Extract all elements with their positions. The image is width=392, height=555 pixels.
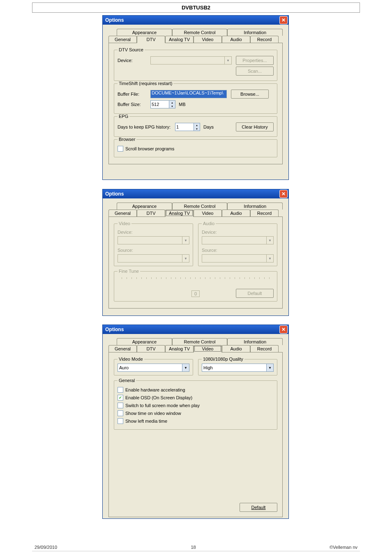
group-epg: EPG Days to keep EPG history: ▲▼ Days Cl… — [114, 116, 277, 137]
scan-button[interactable]: Scan... — [236, 67, 274, 76]
video-source-label: Source: — [118, 248, 189, 253]
tab-remote-control[interactable]: Remote Control — [172, 29, 228, 36]
group-title: Audio — [202, 221, 216, 226]
tab-general[interactable]: General — [108, 36, 137, 43]
checkbox-icon: ✔ — [118, 395, 123, 401]
quality-dropdown[interactable]: High ▼ — [202, 364, 274, 372]
close-icon[interactable]: ✕ — [279, 190, 288, 198]
header-title: DVBTUSB2 — [182, 5, 210, 11]
tab-audio[interactable]: Audio — [222, 210, 250, 216]
tab-remote-control[interactable]: Remote Control — [172, 203, 228, 210]
tab-dtv[interactable]: DTV — [137, 345, 165, 352]
tab-information[interactable]: Information — [227, 338, 283, 345]
group-general-video: General Enable hardware accelerating ✔En… — [114, 380, 277, 430]
tab-analogtv[interactable]: Analog TV — [165, 36, 194, 43]
tab-general[interactable]: General — [108, 210, 137, 216]
group-finetune: Fine Tune 0 Default — [114, 271, 277, 302]
finetune-slider — [118, 277, 274, 287]
default-button[interactable]: Default — [236, 289, 274, 298]
tab-analogtv[interactable]: Analog TV — [165, 210, 194, 217]
browse-button[interactable]: Browse... — [231, 90, 269, 99]
group-title: Video Mode — [118, 357, 144, 362]
tab-appearance[interactable]: Appearance — [117, 338, 172, 345]
enable-hw-accel-checkbox[interactable]: Enable hardware accelerating — [118, 387, 274, 393]
close-icon[interactable]: ✕ — [279, 16, 288, 24]
checkbox-label: Show time on video window — [125, 411, 181, 416]
titlebar[interactable]: Options ✕ — [103, 189, 288, 198]
group-timeshift: TimeShift (requires restart) Buffer File… — [114, 83, 277, 114]
group-audio: Audio Device: ▼ Source: ▼ — [198, 223, 277, 266]
scroll-browser-checkbox[interactable]: Scroll browser programs — [118, 146, 274, 152]
tab-record[interactable]: Record — [250, 36, 279, 43]
checkbox-icon — [118, 418, 123, 424]
properties-button[interactable]: Properties... — [236, 56, 274, 65]
buffer-file-label: Buffer File: — [118, 92, 150, 97]
group-title: Browser — [118, 137, 136, 142]
tab-audio[interactable]: Audio — [222, 36, 250, 43]
video-device-dropdown: ▼ — [118, 236, 189, 244]
group-title: Video — [118, 221, 131, 226]
buffer-size-spinner[interactable]: ▲▼ — [150, 100, 175, 108]
chevron-down-icon: ▼ — [224, 57, 231, 64]
default-button[interactable]: Default — [240, 503, 277, 512]
device-dropdown[interactable]: ▼ — [150, 56, 232, 64]
checkbox-icon — [118, 410, 123, 416]
group-title: DTV Source — [118, 47, 145, 52]
tab-video[interactable]: Video — [194, 210, 222, 216]
tab-record[interactable]: Record — [250, 345, 279, 352]
checkbox-label: Enable OSD (On Screen Display) — [125, 395, 192, 400]
tab-information[interactable]: Information — [227, 203, 283, 210]
dropdown-value: Auro — [118, 365, 129, 370]
close-icon[interactable]: ✕ — [279, 325, 288, 334]
show-left-time-checkbox[interactable]: Show left media time — [118, 418, 274, 424]
checkbox-icon — [118, 146, 123, 152]
enable-osd-checkbox[interactable]: ✔Enable OSD (On Screen Display) — [118, 395, 274, 401]
clear-history-button[interactable]: Clear History — [236, 122, 274, 131]
tab-dtv[interactable]: DTV — [137, 36, 165, 43]
group-title: Fine Tune — [118, 269, 140, 274]
audio-device-dropdown: ▼ — [202, 236, 274, 244]
buffer-size-input[interactable] — [150, 100, 169, 108]
group-title: EPG — [118, 114, 129, 119]
chevron-down-icon: ▼ — [266, 255, 273, 262]
spin-up-icon[interactable]: ▲ — [194, 123, 200, 127]
tab-appearance[interactable]: Appearance — [117, 203, 172, 210]
footer-date: 29/09/2010 — [35, 545, 57, 550]
video-mode-dropdown[interactable]: Auro ▼ — [118, 364, 189, 372]
fullscreen-on-play-checkbox[interactable]: Switch to full screen mode when play — [118, 403, 274, 408]
group-title: TimeShift (requires restart) — [118, 81, 173, 86]
tab-audio[interactable]: Audio — [222, 345, 250, 352]
tab-dtv[interactable]: DTV — [137, 210, 165, 216]
video-source-dropdown: ▼ — [118, 254, 189, 263]
window-title: Options — [104, 17, 124, 23]
titlebar[interactable]: Options ✕ — [103, 325, 288, 334]
chevron-down-icon: ▼ — [182, 237, 189, 244]
tab-remote-control[interactable]: Remote Control — [172, 338, 228, 345]
buffer-file-input[interactable]: DOCUME~1\Jan\LOCALS~1\Temp\ — [150, 90, 227, 98]
spin-down-icon[interactable]: ▼ — [169, 104, 175, 108]
tab-appearance[interactable]: Appearance — [117, 29, 172, 36]
show-time-checkbox[interactable]: Show time on video window — [118, 410, 274, 416]
spin-up-icon[interactable]: ▲ — [169, 101, 175, 104]
window-title: Options — [104, 191, 124, 197]
tab-record[interactable]: Record — [250, 210, 279, 216]
audio-source-dropdown: ▼ — [202, 254, 274, 263]
device-label: Device: — [118, 58, 150, 63]
tab-general[interactable]: General — [108, 345, 137, 352]
epg-days-spinner[interactable]: ▲▼ — [175, 123, 200, 131]
tab-video[interactable]: Video — [194, 36, 222, 43]
checkbox-label: Enable hardware accelerating — [125, 387, 185, 392]
group-video: Video Device: ▼ Source: ▼ — [114, 223, 193, 266]
group-dtv-source: DTV Source Device: ▼ Properties... Scan.… — [114, 50, 277, 81]
titlebar[interactable]: Options ✕ — [103, 16, 288, 25]
mb-label: MB — [179, 102, 186, 107]
footer-company: ©Velleman nv — [330, 545, 357, 550]
tab-analogtv[interactable]: Analog TV — [165, 345, 194, 352]
group-quality: 1080i/1080p Quality High ▼ — [198, 359, 277, 375]
options-dialog-dtv: Options ✕ Appearance Remote Control Info… — [102, 15, 289, 180]
tab-video[interactable]: Video — [194, 345, 222, 352]
tab-information[interactable]: Information — [227, 29, 283, 36]
epg-days-input[interactable] — [175, 123, 194, 131]
checkbox-label: Show left media time — [125, 419, 167, 424]
spin-down-icon[interactable]: ▼ — [194, 127, 200, 131]
